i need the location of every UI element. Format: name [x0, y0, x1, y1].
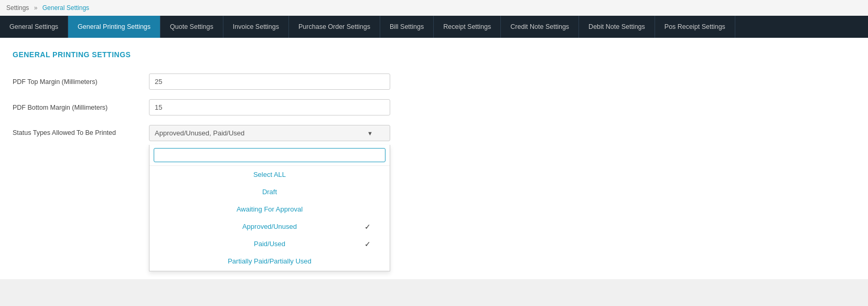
tab-pos-receipt-settings[interactable]: Pos Receipt Settings: [655, 16, 735, 38]
pdf-top-margin-label: PDF Top Margin (Millimeters): [13, 78, 149, 86]
breadcrumb-separator: »: [34, 4, 38, 12]
status-types-selected: Approved/Unused, Paid/Used: [155, 129, 244, 137]
tab-bill-settings[interactable]: Bill Settings: [380, 16, 434, 38]
pdf-top-margin-row: PDF Top Margin (Millimeters): [13, 73, 855, 90]
dropdown-list: Select ALLDraftAwaiting For ApprovalAppr…: [149, 166, 390, 271]
tab-purchase-order-settings[interactable]: Purchase Order Settings: [289, 16, 380, 38]
section-title: GENERAL PRINTING SETTINGS: [13, 50, 855, 59]
dropdown-option-partially-paid[interactable]: Partially Paid/Partially Used: [149, 252, 390, 270]
pdf-bottom-margin-row: PDF Bottom Margin (Millimeters): [13, 99, 855, 115]
dropdown-option-paid-used[interactable]: Paid/Used✓: [149, 235, 390, 252]
check-icon: ✓: [365, 240, 371, 248]
tab-bar: General SettingsGeneral Printing Setting…: [0, 16, 868, 38]
dropdown-option-label: Partially Paid/Partially Used: [228, 257, 312, 265]
breadcrumb-current[interactable]: General Settings: [42, 4, 89, 12]
dropdown-option-select-all[interactable]: Select ALL: [149, 166, 390, 183]
dropdown-option-draft[interactable]: Draft: [149, 183, 390, 201]
tab-general-settings[interactable]: General Settings: [0, 16, 68, 38]
status-types-dropdown[interactable]: Approved/Unused, Paid/Used ▼: [149, 125, 390, 141]
content-area: GENERAL PRINTING SETTINGS PDF Top Margin…: [0, 38, 868, 279]
tab-invoice-settings[interactable]: Invoice Settings: [223, 16, 289, 38]
tab-credit-note-settings[interactable]: Credit Note Settings: [501, 16, 579, 38]
status-types-row: Status Types Allowed To Be Printed Appro…: [13, 125, 855, 141]
status-types-popup: Select ALLDraftAwaiting For ApprovalAppr…: [149, 145, 390, 271]
breadcrumb-root: Settings: [6, 4, 29, 12]
pdf-bottom-margin-input[interactable]: [149, 99, 390, 115]
tab-general-printing-settings[interactable]: General Printing Settings: [68, 16, 160, 38]
dropdown-option-label: Draft: [262, 188, 277, 196]
dropdown-option-label: Awaiting For Approval: [237, 205, 303, 213]
dropdown-option-approved-unused[interactable]: Approved/Unused✓: [149, 218, 390, 235]
dropdown-option-canceled[interactable]: Canceled: [149, 270, 390, 271]
dropdown-option-label: Paid/Used: [254, 240, 285, 248]
status-types-label: Status Types Allowed To Be Printed: [13, 125, 149, 136]
tab-quote-settings[interactable]: Quote Settings: [160, 16, 223, 38]
breadcrumb: Settings » General Settings: [0, 0, 868, 16]
chevron-down-icon: ▼: [367, 130, 373, 136]
tab-debit-note-settings[interactable]: Debit Note Settings: [579, 16, 655, 38]
check-icon: ✓: [365, 223, 371, 231]
dropdown-option-label: Select ALL: [253, 171, 286, 178]
pdf-top-margin-input[interactable]: [149, 73, 390, 90]
dropdown-option-awaiting-approval[interactable]: Awaiting For Approval: [149, 201, 390, 218]
tab-receipt-settings[interactable]: Receipt Settings: [434, 16, 501, 38]
pdf-bottom-margin-label: PDF Bottom Margin (Millimeters): [13, 104, 149, 111]
dropdown-option-label: Approved/Unused: [242, 223, 297, 230]
status-types-dropdown-wrapper: Approved/Unused, Paid/Used ▼ Select ALLD…: [149, 125, 390, 141]
dropdown-search-wrap: [149, 145, 390, 166]
dropdown-search-input[interactable]: [154, 148, 385, 162]
